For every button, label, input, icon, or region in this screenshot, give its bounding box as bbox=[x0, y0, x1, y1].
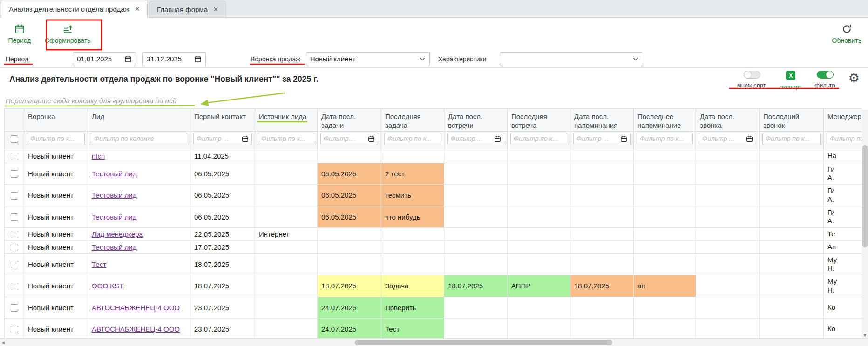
calendar-icon[interactable] bbox=[746, 135, 753, 142]
cell-reminder bbox=[634, 228, 696, 241]
lead-link[interactable]: Тестовый лид bbox=[92, 243, 136, 251]
cell-lead: ntcn bbox=[88, 149, 190, 163]
scroll-left-icon[interactable]: ◄ bbox=[1, 340, 6, 345]
column-header-reminder_date[interactable]: Дата посл. напоминания bbox=[570, 109, 634, 132]
vertical-scrollbar[interactable]: ▼ bbox=[862, 110, 868, 338]
cell-meeting bbox=[508, 163, 570, 185]
lead-link[interactable]: АВТОСНАБЖЕНЕЦ-4 ООО bbox=[92, 304, 180, 312]
lead-link[interactable]: Тестовый лид bbox=[92, 170, 136, 178]
date-to-input[interactable]: 31.12.2025 bbox=[142, 52, 206, 66]
calendar-icon[interactable] bbox=[368, 135, 375, 142]
filter-input-call_date[interactable] bbox=[702, 135, 746, 142]
filter-input-funnel[interactable] bbox=[30, 135, 81, 142]
column-header-call[interactable]: Последний звонок bbox=[760, 109, 824, 132]
lead-link[interactable]: ntcn bbox=[92, 152, 105, 160]
refresh-button[interactable]: Обновить bbox=[832, 24, 861, 44]
tab-close-icon[interactable]: × bbox=[213, 5, 218, 13]
cell-funnel: Новый клиент bbox=[24, 297, 88, 318]
row-checkbox[interactable] bbox=[11, 283, 18, 290]
settings-gear-icon[interactable]: ⚙ bbox=[848, 72, 860, 84]
export-control[interactable]: X экспорт bbox=[780, 71, 801, 90]
column-header-reminder[interactable]: Последнее напоминание bbox=[634, 109, 696, 132]
cell-source: Интернет bbox=[255, 228, 318, 241]
filter-input-task[interactable] bbox=[387, 135, 438, 142]
horizontal-scrollbar-thumb[interactable] bbox=[355, 340, 612, 345]
scroll-down-icon[interactable]: ▼ bbox=[862, 333, 868, 338]
row-checkbox[interactable] bbox=[11, 244, 18, 251]
multisort-toggle[interactable] bbox=[744, 71, 760, 79]
row-checkbox[interactable] bbox=[11, 153, 18, 160]
horizontal-scrollbar[interactable]: ◄ bbox=[0, 338, 868, 346]
cell-manager: Ги А. bbox=[824, 185, 862, 206]
lead-link[interactable]: Тестовый лид bbox=[92, 191, 136, 199]
calendar-icon[interactable] bbox=[494, 135, 501, 142]
lead-link[interactable]: Лид менеджера bbox=[92, 230, 143, 238]
lead-link[interactable]: Тестовый лид bbox=[92, 213, 136, 221]
row-checkbox[interactable] bbox=[11, 213, 18, 221]
column-header-meeting[interactable]: Последняя встреча bbox=[508, 109, 570, 132]
lead-link[interactable]: АВТОСНАБЖЕНЕЦ-4 ООО bbox=[92, 325, 180, 333]
date-from-input[interactable]: 01.01.2025 bbox=[73, 52, 136, 66]
excel-export-icon[interactable]: X bbox=[786, 71, 795, 80]
filter-toggle[interactable] bbox=[817, 71, 834, 79]
characteristics-select[interactable] bbox=[500, 52, 643, 66]
cell-funnel: Новый клиент bbox=[24, 163, 88, 185]
row-checkbox[interactable] bbox=[11, 326, 18, 333]
cell-first_contact: 06.05.2025 bbox=[190, 163, 255, 185]
column-header-funnel[interactable]: Воронка bbox=[24, 109, 88, 132]
cell-meeting_date bbox=[444, 163, 508, 185]
column-header-task_date[interactable]: Дата посл. задачи bbox=[318, 109, 381, 132]
tab-close-icon[interactable]: × bbox=[135, 5, 140, 13]
column-header-meeting_date[interactable]: Дата посл. встречи bbox=[444, 109, 508, 132]
cell-funnel: Новый клиент bbox=[24, 240, 88, 253]
calendar-icon[interactable] bbox=[620, 135, 627, 142]
checkbox-cell bbox=[5, 185, 24, 206]
table-row: Новый клиентТестовый лид06.05.202506.05.… bbox=[5, 206, 862, 228]
calendar-icon[interactable] bbox=[194, 55, 202, 63]
generate-button[interactable]: Сформировать bbox=[45, 24, 91, 44]
group-by-drop-zone[interactable]: Перетащите сюда колонку для группировки … bbox=[0, 94, 868, 108]
period-button[interactable]: Период bbox=[7, 24, 33, 44]
row-checkbox[interactable] bbox=[11, 231, 18, 238]
column-header-lead[interactable]: Лид bbox=[88, 109, 190, 132]
cell-meeting: АППР bbox=[508, 275, 570, 297]
column-header-first_contact[interactable]: Первый контакт bbox=[190, 109, 255, 132]
cell-call bbox=[760, 318, 824, 339]
column-header-task[interactable]: Последняя задача bbox=[381, 109, 444, 132]
multisort-control[interactable]: множ.сорт. bbox=[737, 71, 767, 89]
filter-input-task_date[interactable] bbox=[324, 135, 368, 142]
filter-input-meeting_date[interactable] bbox=[450, 135, 494, 142]
column-header-source[interactable]: Источник лида bbox=[255, 109, 318, 132]
filter-input-lead[interactable] bbox=[94, 135, 184, 142]
filter-control[interactable]: фильтр bbox=[814, 71, 835, 89]
filter-input-meeting[interactable] bbox=[514, 135, 564, 142]
cell-reminder: ап bbox=[634, 275, 696, 297]
calendar-icon bbox=[14, 24, 25, 34]
tab-main-form[interactable]: Главная форма × bbox=[149, 1, 226, 17]
row-checkbox[interactable] bbox=[11, 192, 18, 200]
select-all-checkbox[interactable] bbox=[11, 135, 18, 143]
filter-input-manager[interactable] bbox=[830, 135, 862, 142]
cell-call_date bbox=[696, 185, 760, 206]
calendar-icon[interactable] bbox=[124, 55, 132, 63]
funnel-select[interactable]: Новый клиент bbox=[306, 52, 430, 66]
row-checkbox[interactable] bbox=[11, 170, 18, 178]
calendar-icon[interactable] bbox=[242, 135, 249, 142]
row-checkbox[interactable] bbox=[11, 304, 18, 312]
filter-input-call[interactable] bbox=[766, 135, 817, 142]
filter-input-reminder_date[interactable] bbox=[576, 135, 620, 142]
column-header-manager[interactable]: Менеджер bbox=[824, 109, 862, 132]
checkbox-cell bbox=[5, 228, 24, 241]
column-header-call_date[interactable]: Дата посл. звонка bbox=[696, 109, 760, 132]
cell-source bbox=[255, 163, 318, 185]
filter-input-source[interactable] bbox=[261, 135, 311, 142]
vertical-scrollbar-thumb[interactable] bbox=[862, 145, 868, 247]
row-checkbox[interactable] bbox=[11, 261, 18, 268]
filter-input-first_contact[interactable] bbox=[197, 135, 242, 142]
tab-sales-analysis[interactable]: Анализ деятельности отдела продаж × bbox=[1, 0, 148, 18]
cell-meeting_date bbox=[444, 297, 508, 318]
lead-link[interactable]: ООО KST bbox=[92, 282, 123, 290]
filter-input-reminder[interactable] bbox=[640, 135, 690, 142]
lead-link[interactable]: Тест bbox=[92, 260, 106, 268]
cell-source bbox=[255, 206, 318, 228]
